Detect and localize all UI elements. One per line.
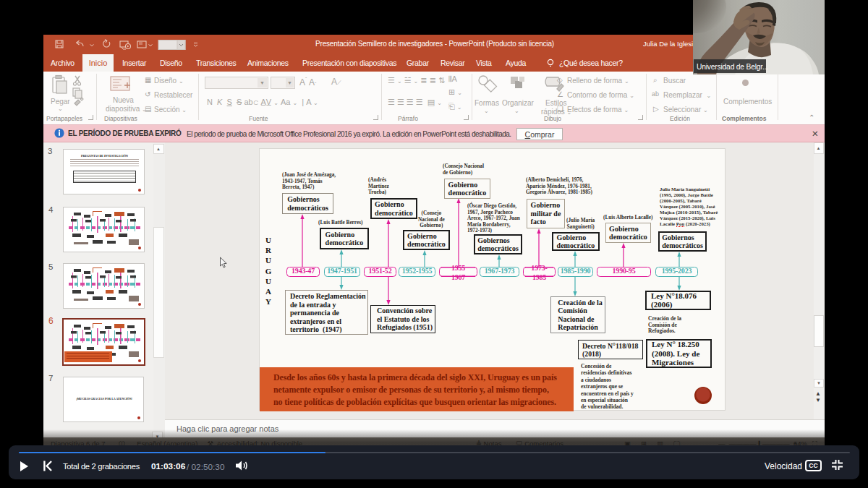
svg-text:Universidad de Belgr...: Universidad de Belgr... [697,63,768,71]
